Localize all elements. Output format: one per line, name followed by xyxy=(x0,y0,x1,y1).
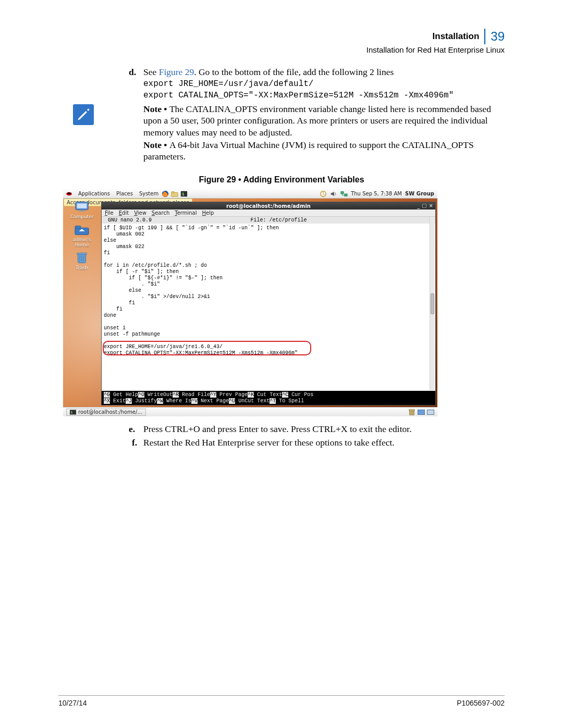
step-d-code: export JRE_HOME=/usr/java/default/ expor… xyxy=(143,78,505,102)
screenshot: Applications Places System $ Thu Sep 5, … xyxy=(63,189,437,416)
term-menu-help[interactable]: Help xyxy=(202,210,214,216)
term-menu-file[interactable]: File xyxy=(105,210,114,216)
gnome-top-panel: Applications Places System $ Thu Sep 5, … xyxy=(63,189,437,199)
firefox-icon[interactable] xyxy=(162,190,169,198)
figure-link[interactable]: Figure 29 xyxy=(159,67,194,77)
step-d: d. See Figure 29. Go to the bottom of th… xyxy=(143,66,505,78)
terminal-title: root@localhost:/home/admin xyxy=(226,203,311,209)
svg-text:$: $ xyxy=(182,191,185,196)
taskbar-terminal-label: root@localhost:/home/... xyxy=(78,409,142,415)
nano-body[interactable]: if [ $UID -gt 199 ] && [ "`id -gn`" = "`… xyxy=(102,224,435,391)
nano-header: GNU nano 2.0.9File: /etc/profile xyxy=(102,217,435,224)
terminal-titlebar[interactable]: root@localhost:/home/admin _ □ × xyxy=(102,202,435,209)
note-1: Note • The CATALINA_OPTS environment var… xyxy=(143,103,505,138)
step-d-post: . Go to the bottom of the file, add the … xyxy=(194,67,394,77)
note-icon xyxy=(73,104,94,125)
note1-text: The CATALINA_OPTS environment variable c… xyxy=(143,104,491,138)
nano-file: File: /etc/profile xyxy=(251,217,307,223)
workspace-1[interactable] xyxy=(418,410,425,415)
svg-rect-11 xyxy=(77,203,87,208)
panel-user[interactable]: SW Group xyxy=(405,191,434,196)
note2-label: Note • xyxy=(143,140,169,150)
code-line-2: export CATALINA_OPTS="-XX:MaxPermSize=51… xyxy=(143,90,505,101)
scrollbar-thumb[interactable] xyxy=(431,293,434,314)
redhat-icon xyxy=(66,191,72,196)
code-line-1: export JRE_HOME=/usr/java/default/ xyxy=(143,78,505,90)
note1-label: Note • xyxy=(143,104,169,114)
close-button[interactable]: × xyxy=(429,203,433,208)
footer-date: 10/27/14 xyxy=(58,699,87,707)
nautilus-icon[interactable] xyxy=(171,190,178,198)
footer-rule xyxy=(58,695,505,696)
note2-text: A 64-bit Java Virtual Machine (JVM) is r… xyxy=(143,140,474,162)
step-f-letter: f. xyxy=(132,437,137,448)
step-d-pre: See xyxy=(143,67,159,77)
header-page-number: 39 xyxy=(491,29,505,44)
header-subtitle: Installation for Red Hat Enterprise Linu… xyxy=(366,45,505,54)
svg-rect-4 xyxy=(172,191,174,193)
step-f: f. Restart the Red Hat Enterprise server… xyxy=(143,437,505,448)
step-d-letter: d. xyxy=(129,66,136,78)
figure-caption: Figure 29 • Adding Environment Variables xyxy=(0,175,563,184)
svg-text:$: $ xyxy=(71,410,73,414)
svg-rect-12 xyxy=(79,211,84,212)
desktop-trash-label: Trash xyxy=(76,265,88,270)
menu-system[interactable]: System xyxy=(136,191,162,196)
menu-applications[interactable]: Applications xyxy=(75,191,113,196)
page-footer: 10/27/14 P1065697-002 xyxy=(58,699,505,707)
system-tray: Thu Sep 5, 7:38 AM SW Group xyxy=(320,190,437,198)
svg-rect-16 xyxy=(77,253,87,255)
header-title: Installation xyxy=(433,31,480,42)
term-menu-terminal[interactable]: Terminal xyxy=(175,210,197,216)
workspace-switcher xyxy=(408,409,434,415)
document-page: Installation 39 Installation for Red Hat… xyxy=(0,0,563,728)
gnome-bottom-panel: $ root@localhost:/home/... xyxy=(63,407,437,416)
panel-clock[interactable]: Thu Sep 5, 7:38 AM xyxy=(351,191,402,196)
desktop-trash[interactable]: Trash xyxy=(74,252,90,270)
terminal-menubar: File Edit View Search Terminal Help xyxy=(102,209,435,217)
svg-rect-23 xyxy=(409,409,414,411)
step-e: e. Press CTRL+O and press Enter to save.… xyxy=(143,423,505,435)
footer-docid: P1065697-002 xyxy=(457,699,505,707)
terminal-launcher-icon[interactable]: $ xyxy=(180,190,188,198)
desktop-computer[interactable]: Computer xyxy=(70,201,94,219)
nano-version: GNU nano 2.0.9 xyxy=(102,217,152,223)
step-e-text: Press CTRL+O and press Enter to save. Pr… xyxy=(143,424,412,434)
workspace-2[interactable] xyxy=(427,410,434,415)
term-menu-search[interactable]: Search xyxy=(152,210,169,216)
update-icon[interactable] xyxy=(320,190,327,198)
taskbar-terminal[interactable]: $ root@localhost:/home/... xyxy=(66,409,146,416)
minimize-button[interactable]: _ xyxy=(417,203,420,208)
menu-places[interactable]: Places xyxy=(113,191,136,196)
svg-rect-9 xyxy=(345,194,347,196)
step-e-letter: e. xyxy=(129,423,135,435)
terminal-task-icon: $ xyxy=(70,410,76,415)
maximize-button[interactable]: □ xyxy=(422,203,426,208)
desktop-icons: Computer admin's Home Trash xyxy=(66,201,97,270)
note-2: Note • A 64-bit Java Virtual Machine (JV… xyxy=(143,139,505,163)
desktop-home[interactable]: admin's Home xyxy=(66,224,97,248)
desktop-computer-label: Computer xyxy=(70,214,94,219)
window-buttons: _ □ × xyxy=(417,203,433,208)
desktop-home-label: admin's Home xyxy=(66,237,97,248)
svg-point-1 xyxy=(67,192,71,194)
term-menu-edit[interactable]: Edit xyxy=(119,210,129,216)
term-menu-view[interactable]: View xyxy=(134,210,146,216)
network-icon[interactable] xyxy=(340,190,348,198)
panel-trash-icon[interactable] xyxy=(408,409,415,415)
nano-footer: ^G Get Help^O WriteOut^R Read File^Y Pre… xyxy=(102,391,435,405)
volume-icon[interactable] xyxy=(330,190,337,198)
svg-rect-8 xyxy=(341,191,344,193)
page-header: Installation 39 Installation for Red Hat… xyxy=(366,29,505,54)
terminal-scrollbar[interactable] xyxy=(430,217,435,390)
terminal-window: root@localhost:/home/admin _ □ × File Ed… xyxy=(101,202,436,405)
header-separator xyxy=(484,29,485,44)
step-f-text: Restart the Red Hat Enterprise server fo… xyxy=(143,437,395,448)
svg-rect-14 xyxy=(75,226,81,229)
